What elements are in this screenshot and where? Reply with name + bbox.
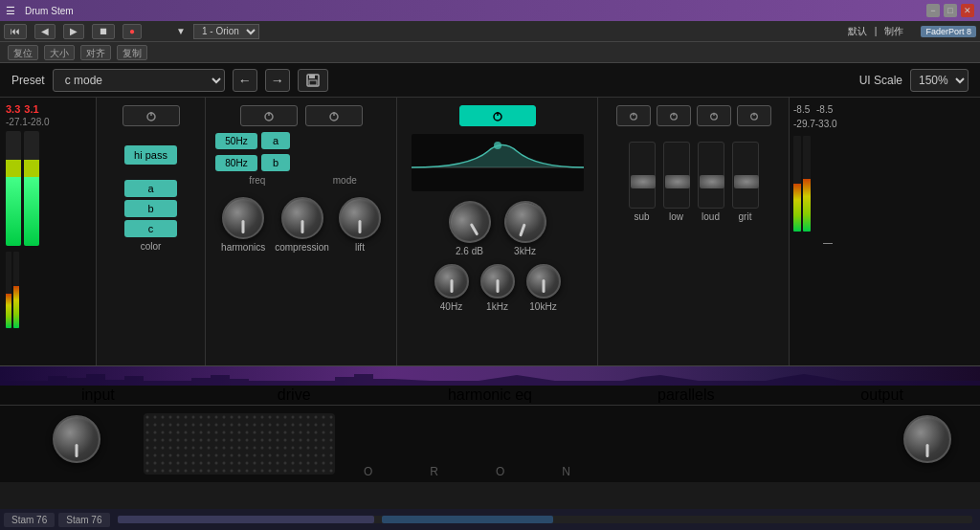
color-btn-group: a b c — [124, 180, 177, 237]
transport-stop[interactable]: ⏹ — [92, 24, 115, 39]
par-power-low[interactable] — [657, 105, 691, 126]
par-sub-fader[interactable] — [629, 142, 656, 209]
khz10-label: 10kHz — [529, 301, 556, 312]
output-level-1: -8.5 -8.5 — [793, 103, 862, 116]
maximize-button[interactable]: □ — [944, 4, 957, 17]
app-menu-icon[interactable]: ☰ — [6, 5, 15, 17]
color-a-button[interactable]: a — [124, 180, 177, 197]
khz10-knob-container: 10kHz — [526, 264, 561, 312]
lift-label: lift — [355, 242, 365, 253]
lift-knob[interactable] — [339, 197, 381, 239]
db-knob[interactable] — [440, 193, 498, 251]
freq-knob[interactable] — [498, 195, 551, 249]
parallels-section: sub low loud grit — [598, 98, 790, 365]
harmonic-eq-section-label: harmonic eq — [392, 386, 589, 404]
harmonics-knob-container: harmonics — [221, 197, 265, 253]
par-power-sub[interactable] — [616, 105, 651, 126]
vu-fill-1 — [6, 294, 11, 328]
tool-btn-2[interactable]: 大小 — [44, 45, 75, 60]
freq-label: freq — [215, 175, 300, 186]
eq-curve-svg — [412, 134, 584, 191]
mode-a-button[interactable]: a — [261, 132, 290, 149]
tool-btn-1[interactable]: 复位 — [8, 45, 38, 60]
par-power-loud[interactable] — [697, 105, 731, 126]
freq-50hz-button[interactable]: 50Hz — [215, 133, 257, 149]
progress-fill-2 — [382, 516, 553, 523]
drive-grille — [144, 413, 335, 475]
out-level-r: -8.5 — [816, 104, 833, 115]
tool-btn-3[interactable]: 对齐 — [80, 45, 111, 60]
bottom-tab-1[interactable]: Stam 76 — [4, 513, 55, 527]
khz1-label: 1kHz — [486, 301, 508, 312]
bottom-tab-2[interactable]: Stam 76 — [58, 513, 109, 527]
hi-pass-button[interactable]: hi pass — [124, 145, 177, 165]
default-label: 默认 — [848, 25, 867, 38]
close-button[interactable]: ✕ — [961, 4, 974, 17]
transport-record[interactable]: ● — [122, 24, 142, 39]
vu-fill-2 — [13, 286, 19, 328]
title-bar: ☰ Drum Stem − □ ✕ — [0, 0, 980, 21]
par-loud-col: loud — [698, 142, 724, 222]
toolbar-right: 默认 | 制作 FaderPort 8 — [848, 25, 976, 38]
khz10-knob[interactable] — [526, 264, 561, 298]
level-display: 3.3 3.1 — [6, 103, 90, 115]
bottom-strip: Stam 76 Stam 76 — [0, 509, 980, 530]
color-b-button[interactable]: b — [124, 200, 177, 217]
color-c-button[interactable]: c — [124, 220, 177, 237]
lift-knob-container: lift — [339, 197, 381, 253]
meter-fill-r — [24, 177, 39, 246]
letter-n: N — [562, 465, 570, 478]
harmonics-knob[interactable] — [222, 197, 264, 239]
drive-power-button-2[interactable] — [305, 105, 363, 126]
meter-bar-l — [6, 131, 21, 246]
output-knob[interactable] — [903, 415, 951, 463]
input-knob[interactable] — [53, 415, 100, 463]
khz1-knob[interactable] — [480, 264, 515, 298]
harmonic-eq-power-button[interactable] — [459, 105, 536, 126]
khz1-knob-container: 1kHz — [480, 264, 515, 312]
transport-back[interactable]: ◀ — [34, 24, 56, 39]
right-meters: -8.5 -8.5 -29.7-33.0 — — [790, 98, 866, 365]
sub-label: sub — [634, 211, 649, 222]
preset-back-button[interactable]: ← — [233, 69, 257, 92]
input-power-button[interactable] — [122, 105, 180, 126]
vu-meters — [6, 252, 90, 328]
output-range: -29.7-33.0 — [793, 118, 862, 130]
parallel-sliders: sub low loud grit — [629, 142, 759, 222]
par-low-fader[interactable] — [663, 142, 690, 209]
meter-bars — [6, 131, 90, 246]
par-power-grit[interactable] — [737, 105, 771, 126]
preset-select[interactable]: c mode — [53, 69, 225, 92]
transport-rewind[interactable]: ⏮ — [4, 24, 27, 39]
par-grit-fader[interactable] — [732, 142, 759, 209]
plugin-main: 3.3 3.1 -27.1-28.0 — [0, 98, 980, 365]
low-label: low — [669, 211, 683, 222]
minimize-button[interactable]: − — [926, 4, 940, 17]
compression-label: compression — [275, 242, 329, 253]
output-vu-meters — [793, 136, 862, 232]
track-select[interactable]: 1 - Orion — [193, 24, 259, 39]
svg-rect-2 — [309, 80, 317, 85]
spectrum-bar — [0, 365, 980, 385]
compression-knob[interactable] — [281, 197, 323, 239]
meter-fill-l — [6, 177, 21, 246]
preset-forward-button[interactable]: → — [265, 69, 290, 92]
faderport-badge: FaderPort 8 — [921, 26, 976, 37]
bottom-letters: O R O N — [364, 465, 570, 478]
transport-forward[interactable]: ▶ — [63, 24, 84, 39]
preset-save-button[interactable] — [298, 69, 328, 92]
hz40-knob[interactable] — [434, 264, 469, 298]
eq-curve-wrapper — [412, 134, 584, 195]
mode-b-button[interactable]: b — [261, 154, 290, 171]
tool-btn-4[interactable]: 复制 — [117, 45, 147, 60]
par-loud-fader[interactable] — [698, 142, 724, 209]
drive-power-button-1[interactable] — [240, 105, 298, 126]
ui-scale-select[interactable]: 150% 100% 125% — [910, 69, 969, 92]
par-low-handle — [665, 175, 690, 188]
compression-knob-container: compression — [275, 197, 329, 253]
vu-col-2 — [13, 252, 19, 328]
freq-80hz-button[interactable]: 80Hz — [215, 155, 257, 171]
par-sub-handle — [631, 175, 656, 188]
filter-display: 50Hz a 80Hz b freq mode — [212, 132, 390, 186]
drive-knobs-row: harmonics compression lift — [221, 197, 381, 253]
